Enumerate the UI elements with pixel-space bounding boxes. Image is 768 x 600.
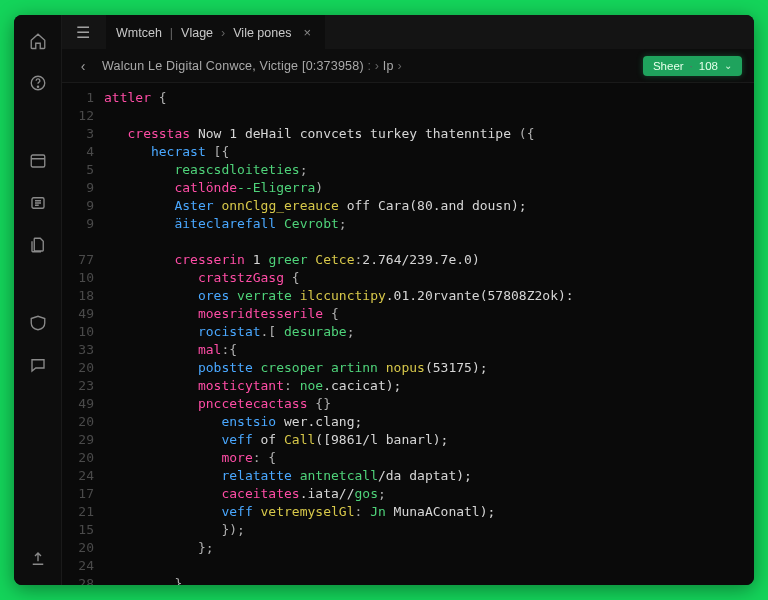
activity-bar — [14, 15, 62, 585]
code-line[interactable]: mosticytant: noe.cacicat); — [104, 377, 754, 395]
app-window: ☰ Wmtceh | Vlage › Vile pones × ‹ Walcun… — [14, 15, 754, 585]
breadcrumb-bar: ‹ Walcun Le Digital Conwce, Victige [0:3… — [62, 49, 754, 83]
line-number: 17 — [62, 485, 94, 503]
list-icon[interactable] — [26, 191, 50, 215]
editor-pane: ☰ Wmtceh | Vlage › Vile pones × ‹ Walcun… — [62, 15, 754, 585]
line-number: 9 — [62, 179, 94, 197]
line-number: 21 — [62, 503, 94, 521]
code-line[interactable]: äiteclarefall Cevrobt; — [104, 215, 754, 233]
svg-rect-2 — [31, 155, 45, 167]
line-number: 10 — [62, 323, 94, 341]
line-number: 9 — [62, 197, 94, 215]
line-number: 3 — [62, 125, 94, 143]
code-line[interactable]: Aster onnClgg_ereauce off Cara(80.and do… — [104, 197, 754, 215]
code-line[interactable]: rocistat.[ desurabe; — [104, 323, 754, 341]
line-number: 4 — [62, 143, 94, 161]
run-label: Sheer — [653, 60, 684, 72]
line-number: 15 — [62, 521, 94, 539]
code-line[interactable] — [104, 107, 754, 125]
code-line[interactable]: } — [104, 575, 754, 585]
chevron-down-icon: ⌄ — [724, 60, 732, 71]
crumb-c: Ip — [383, 59, 394, 73]
line-number: 5 — [62, 161, 94, 179]
tab-bar: ☰ Wmtceh | Vlage › Vile pones × — [62, 15, 754, 49]
code-line[interactable]: more: { — [104, 449, 754, 467]
explorer-icon[interactable] — [26, 149, 50, 173]
chevron-right-icon: › — [397, 59, 401, 73]
code-line[interactable]: ores verrate ilccunctipy.01.20rvante(578… — [104, 287, 754, 305]
upload-icon[interactable] — [26, 547, 50, 571]
code-line[interactable]: veff of Call([9861/l banarl); — [104, 431, 754, 449]
line-number: 29 — [62, 431, 94, 449]
tab-title-a: Wmtceh — [116, 26, 162, 40]
run-detail: 108 — [699, 60, 718, 72]
code-line[interactable]: mal:{ — [104, 341, 754, 359]
line-number: 24 — [62, 557, 94, 575]
code-line[interactable]: catlönde--Eligerra) — [104, 179, 754, 197]
code-line[interactable]: hecrast [{ — [104, 143, 754, 161]
tab-title-b: Vlage — [181, 26, 213, 40]
chevron-right-icon: › — [221, 26, 225, 40]
menu-icon[interactable]: ☰ — [70, 23, 96, 42]
code-line[interactable]: moesridtesserile { — [104, 305, 754, 323]
breadcrumb[interactable]: Walcun Le Digital Conwce, Victige [0:373… — [102, 59, 633, 73]
chat-icon[interactable] — [26, 353, 50, 377]
crumb-a: Walcun Le Digital Conwce, Victige — [102, 59, 298, 73]
code-line[interactable]: enstsio wer.clang; — [104, 413, 754, 431]
code-line[interactable]: reascsdloiteties; — [104, 161, 754, 179]
help-icon[interactable] — [26, 71, 50, 95]
line-number: 28 — [62, 575, 94, 585]
code-line[interactable]: }; — [104, 539, 754, 557]
code-line[interactable]: pnccetecactass {} — [104, 395, 754, 413]
home-icon[interactable] — [26, 29, 50, 53]
line-number: 20 — [62, 539, 94, 557]
line-number-gutter: 1123459997710184910332023492029202417211… — [62, 83, 104, 585]
tab-active[interactable]: Wmtceh | Vlage › Vile pones × — [106, 15, 325, 49]
code-line[interactable]: cresserin 1 greer Cetce:2.764/239.7e.0) — [104, 251, 754, 269]
tag-icon[interactable] — [26, 311, 50, 335]
line-number: 1 — [62, 89, 94, 107]
chevron-right-icon: › — [375, 59, 379, 73]
svg-point-1 — [37, 86, 38, 87]
files-icon[interactable] — [26, 233, 50, 257]
line-number: 18 — [62, 287, 94, 305]
code-line[interactable]: cratstzGasg { — [104, 269, 754, 287]
line-number: 23 — [62, 377, 94, 395]
code-line[interactable]: veff vetremyselGl: Jn MunaAConatl); — [104, 503, 754, 521]
code-line[interactable]: caceitates.iata//gos; — [104, 485, 754, 503]
line-number: 24 — [62, 467, 94, 485]
line-number: 10 — [62, 269, 94, 287]
code-line[interactable]: attler { — [104, 89, 754, 107]
code-line[interactable] — [104, 557, 754, 575]
tab-sep: | — [170, 26, 173, 40]
line-number: 12 — [62, 107, 94, 125]
line-number: 77 — [62, 251, 94, 269]
code-content[interactable]: attler { cresstas Now 1 deHail convcets … — [104, 83, 754, 585]
code-line[interactable]: pobstte cresoper artinn nopus(53175); — [104, 359, 754, 377]
line-number: 20 — [62, 413, 94, 431]
line-number: 49 — [62, 395, 94, 413]
back-icon[interactable]: ‹ — [74, 58, 92, 74]
line-number: 33 — [62, 341, 94, 359]
close-icon[interactable]: × — [299, 25, 315, 41]
tab-title-c: Vile pones — [233, 26, 291, 40]
line-number: 49 — [62, 305, 94, 323]
code-line[interactable] — [104, 233, 754, 251]
run-button[interactable]: Sheer · 108 ⌄ — [643, 56, 742, 76]
line-number — [62, 233, 94, 251]
line-number: 20 — [62, 449, 94, 467]
code-line[interactable]: relatatte antnetcall/da daptat); — [104, 467, 754, 485]
code-line[interactable]: }); — [104, 521, 754, 539]
code-editor[interactable]: 1123459997710184910332023492029202417211… — [62, 83, 754, 585]
crumb-b: [0:373958) — [302, 59, 364, 73]
line-number: 20 — [62, 359, 94, 377]
code-line[interactable]: cresstas Now 1 deHail convcets turkey th… — [104, 125, 754, 143]
line-number: 9 — [62, 215, 94, 233]
